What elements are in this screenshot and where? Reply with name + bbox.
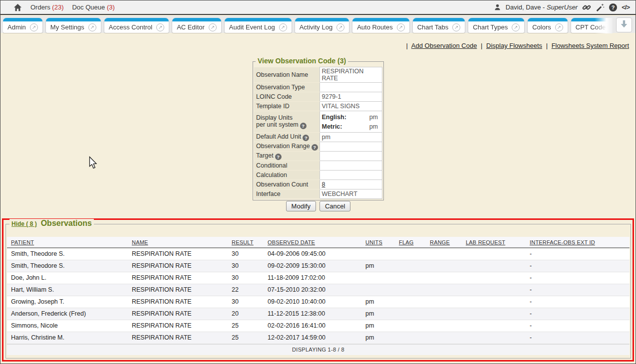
- open-tab-icon[interactable]: ↗: [336, 23, 344, 31]
- open-tab-icon[interactable]: ↗: [88, 23, 96, 31]
- add-observation-code-link[interactable]: Add Observation Code: [411, 42, 477, 49]
- field-value: WEBCHART: [319, 189, 382, 199]
- help-icon[interactable]: ?: [609, 3, 617, 11]
- table-header-row: PATIENT NAME RESULT OBSERVED DATE UNITS …: [7, 237, 630, 248]
- tabs-container: Admin↗ My Settings↗ Access Control↗ AC E…: [3, 18, 613, 33]
- table-row[interactable]: Anderson, Frederick (Fred)RESPIRATION RA…: [7, 308, 630, 320]
- col-units[interactable]: UNITS: [361, 237, 395, 248]
- table-row[interactable]: Simmons, NicoleRESPIRATION RATE2502-02-2…: [7, 320, 630, 332]
- link-icon[interactable]: [582, 3, 591, 12]
- help-icon[interactable]: ?: [275, 154, 282, 160]
- tab-audit-event-log[interactable]: Audit Event Log↗: [225, 18, 292, 33]
- field-observation-name: Observation Name RESPIRATION RATE: [254, 67, 382, 83]
- flowsheets-system-report-link[interactable]: Flowsheets System Report: [552, 42, 629, 49]
- help-icon[interactable]: ?: [312, 144, 318, 151]
- field-value: pm: [319, 133, 382, 142]
- tab-colors[interactable]: Colors↗: [528, 18, 568, 33]
- top-nav: Orders (23) Doc Queue (3): [0, 3, 115, 11]
- display-flowsheets-link[interactable]: Display Flowsheets: [486, 42, 542, 49]
- user-name: David, Dave - SuperUser: [506, 3, 578, 11]
- hide-observations-link[interactable]: Hide ( 8 ): [11, 220, 37, 227]
- home-icon[interactable]: [13, 3, 22, 11]
- nav-orders[interactable]: Orders (23): [30, 3, 63, 11]
- open-tab-icon[interactable]: ↗: [30, 23, 38, 31]
- field-value: [319, 171, 382, 180]
- open-tab-icon[interactable]: ↗: [512, 23, 520, 31]
- table-row[interactable]: Smith, Theodore S.RESPIRATION RATE3004-0…: [7, 248, 630, 260]
- field-target: Target?: [254, 152, 382, 161]
- field-loinc-code: LOINC Code 9279-1: [254, 92, 382, 102]
- webchart-admin-page: Orders (23) Doc Queue (3) David, Dave - …: [0, 0, 636, 364]
- open-tab-icon[interactable]: ↗: [452, 23, 460, 31]
- code-icon[interactable]: </>: [622, 3, 630, 11]
- field-label: Observation Type: [254, 83, 319, 92]
- tab-ac-editor[interactable]: AC Editor↗: [172, 18, 221, 33]
- user-role: SuperUser: [547, 3, 578, 11]
- open-tab-icon[interactable]: ↗: [209, 23, 217, 31]
- field-label: Interface: [254, 189, 319, 199]
- col-flag[interactable]: FLAG: [395, 237, 426, 248]
- field-default-add-unit: Default Add Unit? pm: [254, 133, 382, 142]
- field-label: Template ID: [254, 102, 319, 111]
- field-label: Target?: [254, 152, 319, 161]
- tabs-overflow-fade: [595, 18, 613, 33]
- open-tab-icon[interactable]: ↗: [279, 23, 287, 31]
- observation-count-link[interactable]: 8: [322, 181, 325, 188]
- help-icon[interactable]: ?: [300, 123, 307, 129]
- help-icon[interactable]: ?: [303, 135, 309, 141]
- field-value: [319, 142, 382, 152]
- wand-icon[interactable]: [596, 3, 605, 12]
- observations-panel: Hide ( 8 ) Observations PATIENT NAME RES…: [5, 224, 631, 359]
- col-interface-obs-ext-id[interactable]: INTERFACE-OBS EXT ID: [526, 237, 630, 248]
- table-row[interactable]: Hart, William S.RESPIRATION RATE2207-15-…: [7, 284, 630, 296]
- orders-count: (23): [52, 3, 63, 11]
- tab-my-settings[interactable]: My Settings↗: [46, 18, 101, 33]
- cancel-button[interactable]: Cancel: [319, 201, 350, 211]
- col-name[interactable]: NAME: [128, 237, 228, 248]
- field-value: [319, 152, 382, 161]
- col-result[interactable]: RESULT: [228, 237, 264, 248]
- open-tab-icon[interactable]: ↗: [555, 23, 563, 31]
- mouse-cursor: [89, 156, 98, 172]
- top-bar: Orders (23) Doc Queue (3) David, Dave - …: [0, 0, 636, 15]
- tab-chart-types[interactable]: Chart Types↗: [468, 18, 524, 33]
- col-patient[interactable]: PATIENT: [7, 237, 128, 248]
- table-row[interactable]: Smith, Theodore S.RESPIRATION RATE3009-0…: [7, 260, 630, 272]
- table-row[interactable]: Harris, Christine M.RESPIRATION RATE2512…: [7, 332, 630, 344]
- col-observed-date[interactable]: OBSERVED DATE: [264, 237, 361, 248]
- field-conditional: Conditional: [254, 161, 382, 171]
- tab-access-control[interactable]: Access Control↗: [104, 18, 169, 33]
- field-label: Calculation: [254, 171, 319, 180]
- open-tab-icon[interactable]: ↗: [156, 23, 164, 31]
- view-observation-code-panel: View Observation Code (3) Observation Na…: [253, 61, 384, 200]
- field-value: [319, 161, 382, 171]
- tab-strip: Admin↗ My Settings↗ Access Control↗ AC E…: [0, 16, 636, 33]
- nav-doc-queue[interactable]: Doc Queue (3): [72, 3, 114, 11]
- field-label: Conditional: [254, 161, 319, 171]
- modify-button[interactable]: Modify: [286, 201, 316, 211]
- tab-auto-routes[interactable]: Auto Routes↗: [352, 18, 409, 33]
- observations-table-wrap: PATIENT NAME RESULT OBSERVED DATE UNITS …: [7, 237, 630, 355]
- top-user-area: David, Dave - SuperUser ? </>: [494, 0, 630, 14]
- tab-chart-tabs[interactable]: Chart Tabs↗: [413, 18, 465, 33]
- field-label: Default Add Unit?: [254, 133, 319, 142]
- field-interface: Interface WEBCHART: [254, 189, 382, 199]
- field-label: LOINC Code: [254, 92, 319, 102]
- field-label: Observation Count: [254, 180, 319, 189]
- field-value: [319, 83, 382, 92]
- form-buttons: Modify Cancel: [253, 201, 384, 211]
- open-tab-icon[interactable]: ↗: [397, 23, 405, 31]
- col-lab-request[interactable]: LAB REQUEST: [462, 237, 526, 248]
- table-row[interactable]: Growing, Joseph T.RESPIRATION RATE3009-0…: [7, 296, 630, 308]
- field-template-id: Template ID VITAL SIGNS: [254, 102, 382, 111]
- field-calculation: Calculation: [254, 171, 382, 180]
- field-value: 9279-1: [319, 92, 382, 102]
- tabs-overflow-button[interactable]: [616, 17, 632, 32]
- table-row[interactable]: Doe, John L.RESPIRATION RATE3011-18-2009…: [7, 272, 630, 284]
- tab-activity-log[interactable]: Activity Log↗: [295, 18, 349, 33]
- col-range[interactable]: RANGE: [426, 237, 462, 248]
- doc-queue-count: (3): [107, 3, 115, 11]
- observations-title: Observations: [41, 219, 92, 228]
- chevron-down-icon: [620, 19, 629, 30]
- tab-admin[interactable]: Admin↗: [3, 18, 42, 33]
